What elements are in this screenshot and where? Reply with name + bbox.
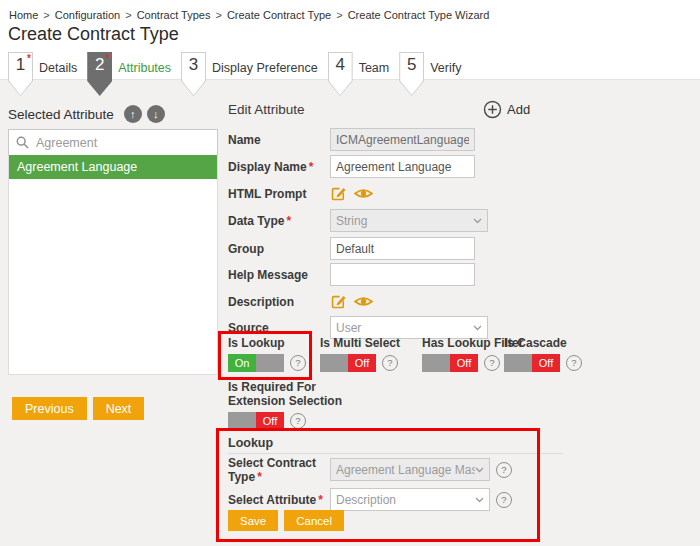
group-input[interactable] xyxy=(330,237,475,260)
name-label: Name xyxy=(228,133,330,147)
is-multi-select-toggle[interactable]: Off xyxy=(320,354,376,372)
required-asterisk: * xyxy=(257,470,262,484)
display-name-input[interactable] xyxy=(330,155,475,178)
lookup-divider xyxy=(228,453,563,454)
step-4-badge: 4 xyxy=(328,52,353,96)
add-attribute-button[interactable]: Add xyxy=(483,100,530,119)
eye-icon[interactable] xyxy=(354,186,373,201)
help-icon[interactable] xyxy=(496,492,512,508)
toggle-track xyxy=(422,354,450,372)
toggle-state-label: Off xyxy=(450,354,478,372)
breadcrumb-configuration[interactable]: Configuration xyxy=(55,9,120,21)
name-input xyxy=(330,128,475,151)
search-icon xyxy=(16,136,29,149)
chevron-down-icon xyxy=(473,325,482,331)
chevron-down-icon xyxy=(473,218,482,224)
select-value: String xyxy=(336,214,473,228)
selected-attribute-list: Agreement Language xyxy=(8,155,218,375)
toggle-track xyxy=(228,412,256,430)
is-required-for-extension-label: Is Required For Extension Selection xyxy=(228,380,342,408)
toggle-track xyxy=(256,354,284,372)
wizard-step-details[interactable]: 1 * Details xyxy=(8,52,87,96)
select-contract-type-select: Agreement Language Master xyxy=(330,458,490,481)
display-name-label: Display Name* xyxy=(228,160,330,174)
add-icon xyxy=(483,100,502,119)
step-number: 3 xyxy=(181,55,206,75)
required-asterisk: * xyxy=(318,493,323,507)
select-attribute-select[interactable]: Description xyxy=(330,488,490,511)
cancel-button[interactable]: Cancel xyxy=(284,510,344,531)
add-label: Add xyxy=(507,102,530,117)
chevron-down-icon xyxy=(475,467,484,473)
selected-attribute-title: Selected Attribute xyxy=(8,107,114,122)
next-button[interactable]: Next xyxy=(93,397,145,420)
is-multi-select-field: Is Multi Select Off xyxy=(320,336,400,372)
is-cascade-field: Is Cascade Off xyxy=(504,336,582,372)
toggle-state-label: Off xyxy=(348,354,376,372)
is-required-for-extension-toggle[interactable]: Off xyxy=(228,412,284,430)
toggle-state-label: On xyxy=(228,354,256,372)
help-icon[interactable] xyxy=(496,462,512,478)
edit-icon[interactable] xyxy=(330,293,347,310)
selected-attribute-panel: Selected Attribute Agreement Language xyxy=(8,104,218,124)
breadcrumb-create-contract-type-wizard[interactable]: Create Contract Type Wizard xyxy=(348,9,490,21)
breadcrumb-separator: > xyxy=(125,9,131,21)
list-item-agreement-language[interactable]: Agreement Language xyxy=(9,155,217,179)
description-label: Description xyxy=(228,295,330,309)
help-icon[interactable] xyxy=(484,355,500,371)
required-asterisk: * xyxy=(27,53,31,64)
form-title: Edit Attribute xyxy=(228,102,305,117)
select-attribute-label: Select Attribute* xyxy=(228,493,330,507)
select-value: Description xyxy=(336,493,475,507)
is-lookup-label: Is Lookup xyxy=(228,336,306,350)
step-2-badge: 2 * xyxy=(87,52,112,96)
data-type-label: Data Type* xyxy=(228,214,330,228)
wizard-steps: 1 * Details 2 * Attributes 3 Display Pre… xyxy=(8,52,471,96)
group-label: Group xyxy=(228,242,330,256)
select-value: User xyxy=(336,321,473,335)
breadcrumb: Home>Configuration>Contract Types>Create… xyxy=(9,9,489,21)
step-number: 5 xyxy=(399,55,424,75)
breadcrumb-contract-types[interactable]: Contract Types xyxy=(137,9,211,21)
breadcrumb-create-contract-type[interactable]: Create Contract Type xyxy=(227,9,331,21)
edit-icon[interactable] xyxy=(330,185,347,202)
wizard-step-attributes[interactable]: 2 * Attributes xyxy=(87,52,181,96)
breadcrumb-separator: > xyxy=(43,9,49,21)
wizard-step-verify[interactable]: 5 Verify xyxy=(399,52,471,96)
help-message-input[interactable] xyxy=(330,263,475,286)
help-icon[interactable] xyxy=(382,355,398,371)
is-lookup-toggle[interactable]: On xyxy=(228,354,284,372)
breadcrumb-home[interactable]: Home xyxy=(9,9,38,21)
step-5-badge: 5 xyxy=(399,52,424,96)
attribute-search-box xyxy=(8,129,218,156)
step-1-badge: 1 * xyxy=(8,52,33,96)
step-label: Verify xyxy=(430,61,461,75)
help-icon[interactable] xyxy=(290,355,306,371)
step-label: Team xyxy=(359,61,390,75)
wizard-step-display-preference[interactable]: 3 Display Preference xyxy=(181,52,328,96)
attribute-search-input[interactable] xyxy=(34,135,217,151)
wizard-step-team[interactable]: 4 Team xyxy=(328,52,400,96)
move-down-icon[interactable] xyxy=(147,105,165,123)
required-asterisk: * xyxy=(309,160,314,174)
wizard-nav-buttons: Previous Next xyxy=(12,397,150,420)
eye-icon[interactable] xyxy=(354,294,373,309)
help-icon[interactable] xyxy=(290,413,306,429)
chevron-down-icon xyxy=(475,497,484,503)
toggle-track xyxy=(504,354,532,372)
step-3-badge: 3 xyxy=(181,52,206,96)
has-lookup-filter-toggle[interactable]: Off xyxy=(422,354,478,372)
is-cascade-label: Is Cascade xyxy=(504,336,582,350)
html-prompt-label: HTML Prompt xyxy=(228,187,330,201)
required-asterisk: * xyxy=(286,214,291,228)
step-label: Attributes xyxy=(118,61,171,75)
save-button[interactable]: Save xyxy=(228,510,278,531)
previous-button[interactable]: Previous xyxy=(12,397,87,420)
move-up-icon[interactable] xyxy=(124,105,142,123)
step-label: Display Preference xyxy=(212,61,318,75)
is-cascade-toggle[interactable]: Off xyxy=(504,354,560,372)
required-asterisk: * xyxy=(106,53,110,64)
help-icon[interactable] xyxy=(566,355,582,371)
source-label: Source xyxy=(228,321,330,335)
help-message-label: Help Message xyxy=(228,268,330,282)
